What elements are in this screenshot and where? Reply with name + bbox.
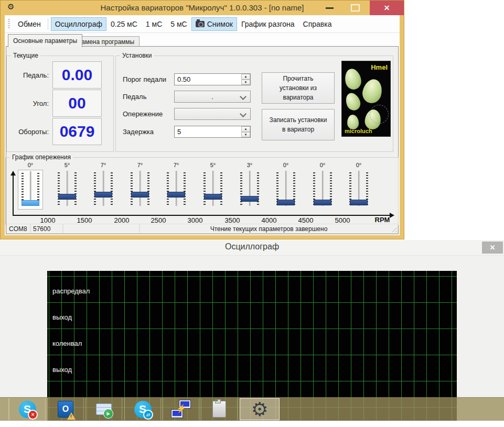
slider-ticks-right: [37, 173, 39, 204]
slider-thumb[interactable]: [241, 196, 259, 202]
slider-thumb[interactable]: [94, 192, 112, 198]
tab-osnovnye-parametry[interactable]: Основные параметры: [8, 34, 82, 47]
spin-up-icon[interactable]: ▲: [241, 74, 250, 80]
remote-connection-icon: ⚡: [170, 399, 192, 420]
current-label-pedal: Педаль:: [7, 71, 49, 79]
menu-item-snimok[interactable]: Снимок: [191, 17, 237, 31]
oscilloscope-titlebar[interactable]: Осциллограф ✕: [0, 240, 504, 256]
slider-body[interactable]: [91, 170, 116, 210]
slider-thumb[interactable]: [204, 194, 222, 200]
advance-slider-7[interactable]: 3°: [235, 162, 264, 210]
advance-slider-3[interactable]: 7°: [89, 162, 118, 210]
slider-degree-label: 0°: [308, 162, 337, 169]
taskbar-button-table-run[interactable]: ▶: [85, 398, 122, 420]
slider-thumb[interactable]: [167, 192, 185, 198]
slider-ticks-right: [184, 172, 186, 205]
close-button[interactable]: ✕: [370, 1, 404, 15]
taskbar-button-remote-connection[interactable]: ⚡: [163, 398, 199, 420]
operezhenie-select-control[interactable]: [174, 108, 251, 120]
read-settings-button[interactable]: Прочитать установки из вариатора: [262, 72, 335, 104]
tab-zamena-programmy[interactable]: Замена программы: [72, 36, 140, 47]
slider-body[interactable]: [127, 170, 153, 210]
spin-down-icon[interactable]: ▼: [241, 80, 250, 85]
menu-item-label: 1 мС: [146, 20, 162, 28]
slider-body[interactable]: [237, 170, 262, 210]
menu-item-grafik-razgona[interactable]: График разгона: [237, 17, 299, 31]
menu-separator: [48, 18, 48, 30]
slider-ticks-left: [131, 172, 133, 205]
operezhenie-select-combobox[interactable]: [174, 108, 251, 120]
porog-pedali-spinner[interactable]: 0.50▲▼: [174, 73, 251, 85]
slider-thumb[interactable]: [350, 200, 368, 205]
spin-up-icon[interactable]: ▲: [241, 126, 250, 132]
advance-graph-group: График опережения 0°5°7°7°7°5°3°0°0°0° 1…: [5, 157, 399, 225]
taskbar-button-settings-gear[interactable]: ⚙: [240, 398, 280, 420]
menu-item-label: 0.25 мС: [111, 20, 137, 28]
slider-body[interactable]: [200, 170, 226, 210]
zaderzhka-control[interactable]: 5▲▼: [174, 126, 251, 138]
menu-item-t-1ms[interactable]: 1 мС: [142, 17, 166, 31]
oscilloscope-close-button[interactable]: ✕: [482, 242, 503, 254]
slider-thumb[interactable]: [22, 200, 39, 206]
advance-slider-2[interactable]: 5°: [52, 162, 82, 210]
advance-slider-9[interactable]: 0°: [308, 162, 337, 210]
advance-slider-8[interactable]: 0°: [271, 162, 301, 210]
current-value-pedal: 0.00: [52, 61, 102, 89]
settings-group-title: Установки: [120, 52, 154, 59]
advance-slider-10[interactable]: 0°: [344, 162, 373, 210]
advance-slider-6[interactable]: 5°: [198, 162, 228, 210]
slider-degree-label: 0°: [271, 162, 301, 169]
horizontal-axis: [13, 215, 392, 216]
menu-item-spravka[interactable]: Справка: [299, 17, 336, 31]
main-titlebar[interactable]: ⚙ Настройка вариаторов "Микролуч" 1.0.0.…: [1, 1, 404, 15]
slider-thumb[interactable]: [277, 200, 295, 205]
settings-label-porog-pedali: Порог педали: [123, 75, 166, 83]
slider-thumb[interactable]: [314, 200, 331, 205]
slider-body[interactable]: [164, 170, 189, 210]
pedal-select-combobox[interactable]: .: [174, 91, 251, 103]
axis-tick-label: 2000: [114, 216, 130, 224]
slider-thumb[interactable]: [131, 192, 149, 198]
slider-thumb[interactable]: [58, 194, 76, 200]
taskbar-button-app-partial[interactable]: [0, 398, 9, 420]
menu-item-t-5ms[interactable]: 5 мС: [166, 17, 191, 31]
advance-slider-5[interactable]: 7°: [162, 162, 191, 210]
slider-body[interactable]: [346, 170, 371, 210]
slider-body[interactable]: [273, 170, 298, 210]
slider-body[interactable]: [310, 170, 335, 210]
menu-item-label: Справка: [303, 20, 332, 28]
taskbar: S✕O▶S⇄⚡⚙: [0, 397, 504, 421]
taskbar-button-skype-sync[interactable]: S⇄: [124, 398, 161, 420]
taskbar-button-hardware-box[interactable]: [201, 398, 238, 420]
zaderzhka-spinner[interactable]: 5▲▼: [174, 126, 251, 138]
maximize-button[interactable]: [351, 4, 360, 12]
slider-track: [103, 171, 104, 206]
app-partial-icon: [0, 399, 2, 420]
porog-pedali-spin-buttons: ▲▼: [241, 74, 250, 85]
slider-body[interactable]: [55, 170, 80, 210]
minimize-button[interactable]: [326, 7, 334, 9]
tabstrip: Основные параметрыЗамена программы: [5, 33, 400, 47]
gear-sketch: [370, 105, 389, 124]
slider-degree-label: 7°: [125, 162, 155, 169]
spin-down-icon[interactable]: ▼: [241, 132, 250, 138]
slider-ticks-left: [203, 172, 206, 205]
taskbar-button-outlook-warning[interactable]: O: [47, 398, 84, 420]
channel-label-3: коленвал: [52, 340, 82, 347]
menu-item-obmen[interactable]: Обмен: [14, 17, 45, 31]
resize-grip[interactable]: [390, 226, 396, 232]
taskbar-button-skype-error[interactable]: S✕: [9, 398, 46, 420]
pedal-select-control[interactable]: .: [174, 91, 251, 103]
slider-body[interactable]: [18, 170, 43, 210]
zaderzhka-value: 5: [177, 128, 181, 136]
menu-item-oscillograf[interactable]: Осциллограф: [51, 17, 106, 31]
slider-track: [67, 171, 68, 206]
porog-pedali-control[interactable]: 0.50▲▼: [174, 73, 251, 85]
advance-slider-4[interactable]: 7°: [125, 162, 155, 210]
toolbar-grip[interactable]: [8, 19, 10, 29]
write-settings-button[interactable]: Записать установки в вариатор: [262, 109, 335, 140]
oscilloscope-title: Осциллограф: [0, 242, 504, 251]
menu-item-t-025ms[interactable]: 0.25 мС: [106, 17, 142, 31]
current-label-ugol: Угол:: [7, 100, 49, 107]
advance-slider-1[interactable]: 0°: [16, 162, 45, 210]
